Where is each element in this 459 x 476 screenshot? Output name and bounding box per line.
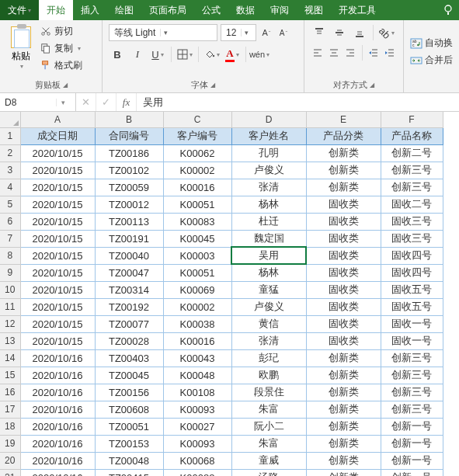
- row-header[interactable]: 21: [0, 469, 20, 476]
- cell[interactable]: TZ00012: [95, 196, 163, 213]
- row-header[interactable]: 8: [0, 247, 20, 264]
- cell[interactable]: 2020/10/16: [20, 401, 95, 418]
- decrease-indent-button[interactable]: [367, 44, 381, 61]
- cell[interactable]: 2020/10/16: [20, 452, 95, 469]
- font-size-combo[interactable]: 12▾: [221, 24, 256, 41]
- cell[interactable]: K00048: [163, 367, 231, 384]
- decrease-font-button[interactable]: Aˇ: [276, 25, 290, 40]
- cell[interactable]: K00069: [163, 281, 231, 298]
- cell[interactable]: 创新二号: [381, 144, 443, 162]
- dialog-launcher-icon[interactable]: ◢: [370, 82, 374, 89]
- cell[interactable]: 固收类: [306, 332, 381, 349]
- cell[interactable]: TZ00403: [95, 349, 163, 367]
- cell[interactable]: 固收类: [306, 281, 381, 298]
- cell[interactable]: 创新类: [306, 452, 381, 469]
- cell[interactable]: TZ00113: [95, 213, 163, 230]
- dialog-launcher-icon[interactable]: ◢: [63, 82, 68, 89]
- row-header[interactable]: 12: [0, 315, 20, 332]
- cell[interactable]: 2020/10/15: [20, 162, 95, 179]
- increase-indent-button[interactable]: [384, 44, 397, 61]
- cell[interactable]: K00043: [163, 349, 231, 367]
- row-header[interactable]: 7: [0, 230, 20, 247]
- column-header[interactable]: B: [95, 112, 163, 127]
- name-box-input[interactable]: [0, 97, 56, 108]
- row-header[interactable]: 1: [0, 127, 20, 144]
- row-header[interactable]: 20: [0, 452, 20, 469]
- cell[interactable]: 创新三号: [381, 384, 443, 401]
- cell[interactable]: TZ00059: [95, 179, 163, 196]
- cell[interactable]: 固收二号: [381, 196, 443, 213]
- cell[interactable]: K00027: [163, 418, 231, 435]
- cell[interactable]: K00051: [163, 196, 231, 213]
- column-header[interactable]: C: [163, 112, 231, 127]
- insert-function-button[interactable]: fx: [116, 93, 137, 111]
- cell[interactable]: 固收类: [306, 264, 381, 281]
- cell[interactable]: 2020/10/15: [20, 332, 95, 349]
- cell[interactable]: K00038: [163, 315, 231, 332]
- menu-tab-1[interactable]: 插入: [73, 0, 107, 20]
- cell[interactable]: 2020/10/15: [20, 196, 95, 213]
- cell[interactable]: 2020/10/15: [20, 281, 95, 298]
- cell[interactable]: 固收类: [306, 196, 381, 213]
- cell[interactable]: TZ00186: [95, 144, 163, 162]
- cell[interactable]: 固收类: [306, 315, 381, 332]
- cell[interactable]: TZ00102: [95, 162, 163, 179]
- format-painter-button[interactable]: 格式刷: [40, 57, 82, 73]
- header-cell[interactable]: 成交日期: [20, 127, 95, 144]
- cell[interactable]: K00068: [163, 452, 231, 469]
- cell[interactable]: TZ00047: [95, 264, 163, 281]
- cell[interactable]: 固收四号: [381, 247, 443, 264]
- bold-button[interactable]: B: [109, 46, 126, 63]
- header-cell[interactable]: 客户姓名: [231, 127, 306, 144]
- cell[interactable]: 卢俊义: [231, 298, 306, 315]
- cell[interactable]: 黄信: [231, 315, 306, 332]
- cell[interactable]: 段景住: [231, 384, 306, 401]
- menu-tab-5[interactable]: 数据: [228, 0, 263, 20]
- cell[interactable]: 2020/10/15: [20, 298, 95, 315]
- cell[interactable]: K00003: [163, 247, 231, 264]
- align-top-button[interactable]: [311, 24, 328, 41]
- align-middle-button[interactable]: [331, 24, 348, 41]
- formula-input[interactable]: 吴用: [137, 93, 459, 111]
- tell-me-icon[interactable]: [437, 0, 459, 20]
- chevron-down-icon[interactable]: ▾: [56, 99, 70, 106]
- cell[interactable]: 2020/10/16: [20, 469, 95, 476]
- cell[interactable]: 2020/10/16: [20, 367, 95, 384]
- cell[interactable]: 创新一号: [381, 469, 443, 476]
- border-button[interactable]: ▾: [176, 46, 193, 63]
- row-header[interactable]: 10: [0, 281, 20, 298]
- header-cell[interactable]: 产品分类: [306, 127, 381, 144]
- cell[interactable]: 创新类: [306, 435, 381, 452]
- cell[interactable]: 固收类: [306, 213, 381, 230]
- cell[interactable]: 魏定国: [231, 230, 306, 247]
- cell[interactable]: 吴用: [231, 247, 306, 264]
- cell[interactable]: 童威: [231, 452, 306, 469]
- cell[interactable]: 杨林: [231, 196, 306, 213]
- cell[interactable]: 固收类: [306, 298, 381, 315]
- cell[interactable]: 创新类: [306, 144, 381, 162]
- phonetic-button[interactable]: wén▾: [251, 46, 268, 63]
- cell[interactable]: 2020/10/15: [20, 213, 95, 230]
- cell[interactable]: K00016: [163, 332, 231, 349]
- menu-tab-0[interactable]: 开始: [39, 0, 73, 20]
- underline-button[interactable]: U▾: [149, 46, 166, 63]
- cell[interactable]: 张清: [231, 332, 306, 349]
- cell[interactable]: TZ00608: [95, 401, 163, 418]
- select-all-corner[interactable]: [0, 112, 20, 127]
- cell[interactable]: 汤隆: [231, 469, 306, 476]
- header-cell[interactable]: 产品名称: [381, 127, 443, 144]
- cell[interactable]: 创新三号: [381, 162, 443, 179]
- row-header[interactable]: 2: [0, 144, 20, 162]
- cell[interactable]: TZ00191: [95, 230, 163, 247]
- row-header[interactable]: 15: [0, 367, 20, 384]
- cell[interactable]: 创新类: [306, 469, 381, 476]
- cell[interactable]: 阮小二: [231, 418, 306, 435]
- menu-tab-2[interactable]: 绘图: [107, 0, 141, 20]
- cell[interactable]: 朱富: [231, 435, 306, 452]
- menu-tab-8[interactable]: 开发工具: [331, 0, 384, 20]
- cell[interactable]: 创新类: [306, 418, 381, 435]
- cell[interactable]: 杨林: [231, 264, 306, 281]
- row-header[interactable]: 3: [0, 162, 20, 179]
- column-header[interactable]: E: [306, 112, 381, 127]
- cancel-formula-button[interactable]: ✕: [76, 93, 96, 111]
